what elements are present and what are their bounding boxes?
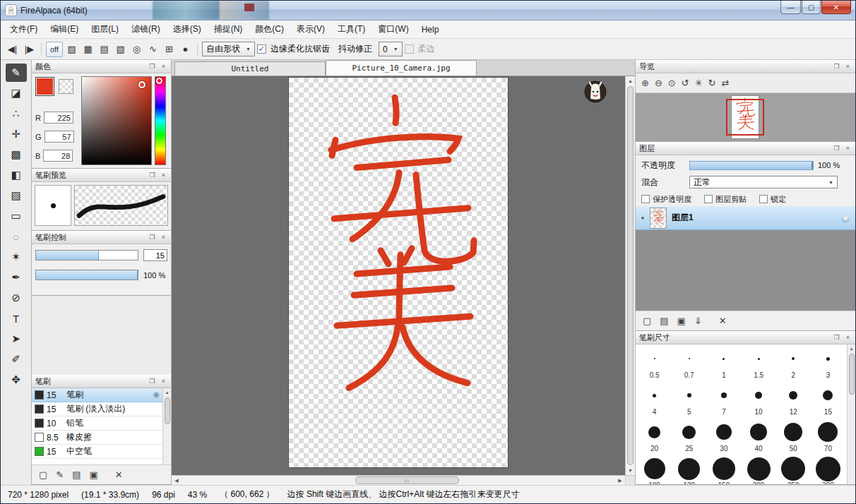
scroll-right-icon[interactable]: ▶ [615,476,625,485]
menu-item-filter[interactable]: 滤镜(R) [125,20,167,38]
snap-crosshatch-button[interactable]: ▦ [81,42,95,57]
brush-list-item[interactable]: 10铅笔 [32,416,162,431]
canvas-horizontal-scrollbar[interactable]: ◀ ||| ▶ [172,475,635,485]
stabilizer-dropdown[interactable]: 0 ▼ [379,42,403,56]
brush-size-option[interactable]: 100 [637,456,672,484]
panel-close-icon[interactable]: × [844,145,852,152]
brush-list-item[interactable]: 15笔刷 (淡入淡出) [32,402,162,416]
layer-row[interactable]: ●图层1✺ [636,206,855,230]
fill-tool[interactable]: ▩ [6,145,27,164]
snap-grid-button[interactable]: ⊞ [162,42,177,57]
brush-size-option[interactable]: 7 [706,383,741,419]
brush-size-scrollbar[interactable]: ▲ [847,344,855,484]
brush-size-option[interactable]: 150 [706,456,741,484]
brush-size-option[interactable]: 0.7 [672,346,706,383]
layer-visibility-toggle[interactable]: ● [636,215,650,221]
scroll-left-icon[interactable]: ◀ [172,476,182,485]
soft-edge-checkbox[interactable] [405,44,414,54]
undo-button[interactable]: ◀| [5,42,20,57]
layer-opacity-slider[interactable] [689,161,814,170]
brush-list-item[interactable]: 8.5橡皮擦 [32,431,162,445]
dot-tool[interactable]: ∴ [6,104,27,123]
brush-size-option[interactable]: 0.5 [637,346,672,383]
move-tool[interactable]: ✛ [6,125,27,143]
scroll-track[interactable]: ||| [182,476,615,485]
pan-tool[interactable]: ✥ [6,371,27,389]
zoom-out-icon[interactable]: ⊖ [655,78,662,88]
brush-size-option[interactable]: 12 [776,383,811,419]
brush-size-option[interactable]: 20 [637,419,672,456]
foreground-swatch[interactable] [35,77,54,96]
panel-close-icon[interactable]: × [160,234,167,241]
flip-view-icon[interactable]: ⇄ [721,78,729,88]
text-tool[interactable]: T [6,309,27,328]
brush-shape-dropdown[interactable]: 自由形状 ▼ [202,42,255,56]
panel-close-icon[interactable]: × [160,172,167,179]
brush-size-option[interactable]: 2 [776,346,811,383]
hue-bar[interactable] [155,76,166,165]
scroll-down-icon[interactable]: ▼ [628,466,633,475]
brush-folder-icon[interactable]: ▤ [72,469,81,480]
transparent-swatch[interactable] [59,79,73,94]
green-input[interactable]: 57 [44,131,74,143]
antialias-checkbox[interactable]: ✓ [257,44,266,54]
menu-item-file[interactable]: 文件(F) [4,20,44,38]
brush-size-option[interactable]: 15 [811,383,845,419]
brush-size-option[interactable]: 50 [776,419,811,456]
brush-size-option[interactable]: 70 [811,419,845,456]
menu-item-help[interactable]: Help [415,22,446,37]
brush-size-option[interactable]: 3 [811,346,845,383]
panel-float-icon[interactable]: ❐ [833,63,840,70]
brush-size-option[interactable]: 4 [637,383,672,419]
edit-brush-icon[interactable]: ✎ [56,469,64,480]
duplicate-layer-icon[interactable]: ▣ [677,316,686,326]
brush-opacity-slider[interactable] [35,270,138,280]
eraser-tool[interactable]: ◪ [6,84,27,102]
title-bar[interactable]: FireAlpaca (64bit) — ▢ ✕ [1,1,855,20]
redo-button[interactable]: |▶ [22,42,37,57]
brush-size-slider[interactable] [35,250,138,260]
scroll-thumb[interactable] [165,397,170,424]
maximize-button[interactable]: ▢ [802,1,821,14]
scroll-thumb[interactable]: ||| [355,476,459,484]
panel-close-icon[interactable]: × [160,378,167,385]
brush-size-option[interactable]: 300 [811,456,845,484]
menu-item-edit[interactable]: 编辑(E) [44,20,85,38]
brush-list-scrollbar[interactable]: ▲ [162,388,171,464]
menu-item-select[interactable]: 选择(S) [167,20,208,38]
protect-alpha-checkbox[interactable] [641,195,650,203]
menu-item-snap[interactable]: 捕捉(N) [208,20,249,38]
brush-size-option[interactable]: 5 [672,383,706,419]
panel-float-icon[interactable]: ❐ [833,145,840,152]
brush-size-option[interactable]: 1.5 [742,346,776,383]
brush-size-option[interactable]: 1 [706,346,741,383]
panel-float-icon[interactable]: ❐ [148,63,156,70]
eyedropper-tool[interactable]: ✐ [6,350,27,368]
canvas-viewport[interactable] [172,76,625,475]
select-tool[interactable]: ▭ [6,207,27,225]
menu-item-color[interactable]: 颜色(C) [249,20,290,38]
brush-list-item[interactable]: 15中空笔 [32,445,162,459]
panel-float-icon[interactable]: ❐ [833,334,840,341]
brush-size-option[interactable]: 200 [742,456,776,484]
panel-float-icon[interactable]: ❐ [148,172,156,179]
add-brush-icon[interactable]: ▢ [39,469,47,480]
select-pen-tool[interactable]: ✒ [6,268,27,287]
brush-size-input[interactable]: 15 [143,249,167,261]
red-input[interactable]: 225 [44,112,73,124]
add-layer-icon[interactable]: ▢ [643,316,651,326]
canvas-vertical-scrollbar[interactable]: ▲ ▼ [625,76,635,475]
snap-curve-button[interactable]: ∿ [145,42,160,57]
operation-tool[interactable]: ➤ [6,330,27,348]
gradient-tool[interactable]: ▨ [6,186,27,205]
close-button[interactable]: ✕ [821,1,851,14]
snap-radial-button[interactable]: ◎ [129,42,144,57]
scroll-thumb[interactable] [849,354,855,395]
brush-size-option[interactable]: 40 [742,419,776,456]
lock-checkbox[interactable] [759,195,768,203]
navigator-preview-area[interactable] [636,93,855,141]
transfer-layer-icon[interactable]: ⇓ [694,316,702,326]
panel-close-icon[interactable]: × [160,63,167,70]
menu-item-window[interactable]: 窗口(W) [371,20,415,38]
drawing-canvas[interactable] [289,78,508,467]
